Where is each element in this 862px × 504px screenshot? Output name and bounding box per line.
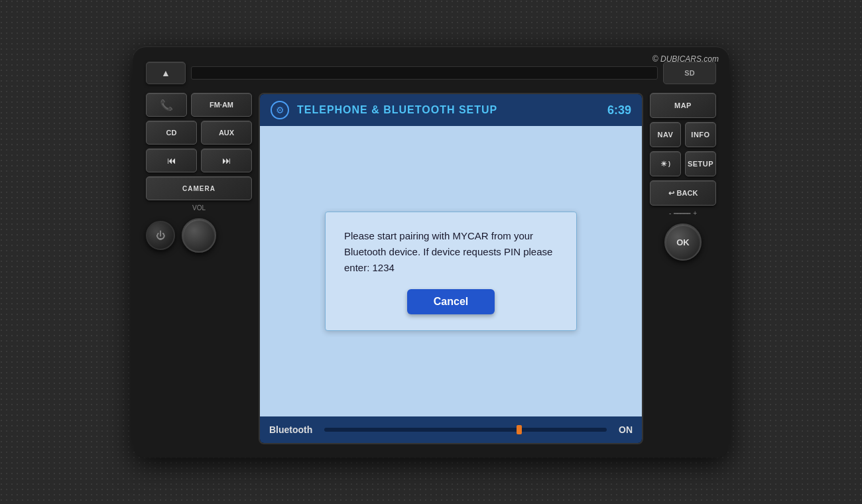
back-arrow-icon: ↩ bbox=[668, 189, 674, 198]
brightness-button[interactable]: ☀ ) bbox=[650, 151, 681, 176]
fm-am-label: FM·AM bbox=[210, 101, 233, 109]
vol-label: VOL bbox=[146, 204, 252, 212]
dialog-box: Please start pairing with MYCAR from you… bbox=[325, 212, 577, 331]
next-icon: ⏭ bbox=[222, 155, 231, 166]
screen-title: TELEPHONE & BLUETOOTH SETUP bbox=[297, 104, 599, 116]
phone-button[interactable]: 📞 bbox=[146, 93, 187, 117]
next-button[interactable]: ⏭ bbox=[201, 149, 252, 172]
eject-icon: ▲ bbox=[161, 68, 170, 78]
back-label: BACK bbox=[677, 189, 698, 197]
ok-knob[interactable]: OK bbox=[664, 223, 702, 261]
eject-button[interactable]: ▲ bbox=[146, 62, 186, 84]
info-button[interactable]: INFO bbox=[685, 122, 716, 147]
sd-slot: SD bbox=[663, 62, 716, 84]
volume-knob[interactable] bbox=[182, 218, 216, 253]
bluetooth-footer-label: Bluetooth bbox=[269, 424, 312, 435]
power-button[interactable]: ⏻ bbox=[146, 221, 175, 250]
nav-button[interactable]: NAV bbox=[650, 122, 681, 147]
cd-label: CD bbox=[166, 129, 177, 137]
phone-icon: 📞 bbox=[160, 99, 173, 111]
cd-button[interactable]: CD bbox=[146, 121, 197, 145]
cancel-button[interactable]: Cancel bbox=[407, 289, 495, 314]
plus-icon: + bbox=[693, 210, 697, 217]
toggle-indicator bbox=[517, 425, 522, 434]
bluetooth-icon: ⚙ bbox=[271, 101, 289, 119]
prev-button[interactable]: ⏮ bbox=[146, 149, 197, 172]
screen-time: 6:39 bbox=[607, 103, 631, 117]
map-button[interactable]: MAP bbox=[650, 93, 716, 118]
screen-header: ⚙ TELEPHONE & BLUETOOTH SETUP 6:39 bbox=[260, 94, 642, 126]
watermark: © DUBICARS.com bbox=[652, 54, 719, 64]
toggle-bar[interactable] bbox=[324, 428, 607, 432]
aux-label: AUX bbox=[219, 129, 234, 137]
brightness-icon: ☀ bbox=[660, 160, 668, 168]
screen: ⚙ TELEPHONE & BLUETOOTH SETUP 6:39 Pleas… bbox=[259, 93, 643, 444]
moon-icon: ) bbox=[668, 160, 671, 167]
back-button[interactable]: ↩ BACK bbox=[650, 180, 716, 206]
on-label: ON bbox=[619, 424, 633, 435]
minus-icon: - bbox=[669, 210, 671, 217]
brightness-row: - ━━━━━ + bbox=[650, 210, 716, 217]
sd-label: SD bbox=[684, 69, 694, 77]
power-icon: ⏻ bbox=[156, 230, 165, 241]
aux-button[interactable]: AUX bbox=[201, 121, 252, 145]
screen-footer: Bluetooth ON bbox=[260, 416, 642, 443]
camera-button[interactable]: CAMERA bbox=[146, 176, 252, 200]
camera-label: CAMERA bbox=[182, 185, 216, 192]
screen-content: Please start pairing with MYCAR from you… bbox=[260, 126, 642, 416]
dialog-text: Please start pairing with MYCAR from you… bbox=[344, 228, 558, 276]
cd-slot bbox=[191, 66, 658, 80]
fm-am-button[interactable]: FM·AM bbox=[191, 93, 252, 117]
prev-icon: ⏮ bbox=[167, 155, 176, 166]
setup-button[interactable]: SETUP bbox=[685, 151, 716, 176]
car-unit: © DUBICARS.com ▲ SD 📞 FM·AM bbox=[133, 46, 729, 458]
